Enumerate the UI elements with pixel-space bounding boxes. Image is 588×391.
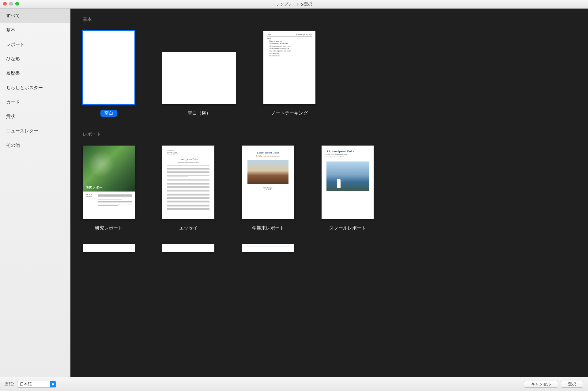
template-thumb: Urna Semper Instructor's Name December 1…: [162, 146, 214, 219]
rr-caption: 研究レポー: [86, 185, 103, 190]
template-label: スクールレポート: [326, 225, 370, 232]
grid-report: 研究レポー 研究・執筆2014.12.05 研究レポート: [83, 146, 576, 232]
nt-date: Monday, April 10, 2017: [296, 34, 312, 36]
tp-subtitle: Sed et lacus quis enim mattis nonummy: [247, 155, 288, 157]
template-school-report[interactable]: A Lorem Ipsum Dolor Lorem ipsum dolor si…: [322, 146, 374, 232]
template-thumb: A Lorem Ipsum Dolor Lorem ipsum dolor si…: [322, 146, 374, 219]
sidebar-item-basic[interactable]: 基本: [0, 23, 70, 37]
sidebar-item-label: ひな形: [6, 56, 20, 61]
template-thumb: [242, 244, 294, 252]
template-label: 空白: [100, 110, 117, 117]
sidebar-item-label: すべて: [6, 13, 20, 18]
template-peek[interactable]: [242, 244, 294, 252]
sidebar-item-label: 履歴書: [6, 70, 20, 76]
window-title: テンプレートを選択: [276, 2, 312, 7]
sr-subtitle: Lorem ipsum dolor sit amet ligula: [326, 154, 369, 155]
language-select[interactable]: 日本語: [17, 381, 56, 388]
sidebar-item-label: レポート: [6, 42, 24, 47]
window-controls: [3, 2, 19, 6]
cancel-button[interactable]: キャンセル: [524, 381, 558, 388]
language-label: 言語:: [5, 382, 14, 387]
template-blank-landscape[interactable]: 空白（横）: [162, 31, 236, 117]
sidebar-item-label: ちらしとポスター: [6, 85, 43, 90]
sidebar-item-label: ニュースレター: [6, 128, 38, 133]
nt-bullet: Donec quis nisi: [267, 55, 312, 57]
tp-term: Fall 2018: [247, 189, 288, 191]
template-label: エッセイ: [175, 225, 201, 232]
choose-button[interactable]: 選択: [561, 381, 583, 388]
nt-bullet: Donec facilisis lacinia tortor: [267, 42, 312, 45]
template-research-report[interactable]: 研究レポー 研究・執筆2014.12.05 研究レポート: [83, 146, 135, 232]
content: 基本 空白 空白（横） Lorem Monday, April 10, 2017: [70, 9, 588, 377]
template-label: 空白（横）: [184, 110, 214, 117]
sidebar-item-label: その他: [6, 142, 20, 148]
nt-bullet: Sed enim aliquet in nulla ipsum: [267, 50, 312, 52]
section-title-basic: 基本: [83, 14, 576, 25]
template-term-paper[interactable]: Lorem Ipsum Dolor Sed et lacus quis enim…: [242, 146, 294, 232]
sr-photo: [326, 161, 369, 191]
sidebar-item-stationery[interactable]: ひな形: [0, 52, 70, 66]
close-icon[interactable]: [3, 2, 7, 6]
template-thumb: [162, 244, 214, 252]
sr-meta: Trenz Pruca • December 6, 2018: [326, 156, 369, 159]
sidebar-item-certificates[interactable]: 賞状: [0, 109, 70, 124]
nt-bullet: Etiam sit amet est: [267, 40, 312, 42]
tp-photo: [247, 160, 288, 184]
template-thumb: [83, 244, 135, 252]
template-blank[interactable]: 空白: [83, 31, 135, 117]
sidebar-item-resume[interactable]: 履歴書: [0, 66, 70, 81]
template-label: 学期末レポート: [248, 225, 288, 232]
tp-title: Lorem Ipsum Dolor: [247, 151, 288, 154]
template-notetaking[interactable]: Lorem Monday, April 10, 2017 Ipsum Etiam…: [263, 31, 315, 117]
minimize-icon[interactable]: [9, 2, 13, 6]
template-label: ノートテーキング: [267, 110, 311, 117]
template-thumb: 研究レポー 研究・執筆2014.12.05: [83, 146, 135, 219]
grid-basic: 空白 空白（横） Lorem Monday, April 10, 2017 Ip…: [83, 31, 576, 117]
sidebar-item-report[interactable]: レポート: [0, 37, 70, 52]
sidebar-item-all[interactable]: すべて: [0, 9, 70, 23]
sidebar-item-label: 賞状: [6, 114, 15, 119]
nt-bullet: Nulla ornare commodo ligula: [267, 47, 312, 50]
section-title-report: レポート: [83, 129, 576, 140]
template-thumb: Lorem Ipsum Dolor Sed et lacus quis enim…: [242, 146, 294, 219]
sidebar-item-label: 基本: [6, 27, 15, 32]
zoom-icon[interactable]: [15, 2, 19, 6]
template-peek[interactable]: [162, 244, 214, 252]
nt-heading: Lorem: [267, 34, 271, 36]
sidebar: すべて 基本 レポート ひな形 履歴書 ちらしとポスター カード 賞状 ニュース…: [0, 9, 70, 377]
nt-bullet: Nam enim sed: [267, 52, 312, 55]
sr-title: A Lorem Ipsum Dolor: [326, 150, 369, 153]
grid-report-peek: [83, 244, 576, 252]
template-label: 研究レポート: [91, 225, 126, 232]
footer: 言語: 日本語 キャンセル 選択: [0, 377, 588, 391]
sidebar-item-label: カード: [6, 99, 20, 104]
es-subtitle: Sed et lacus quis enim mattis nonummy: [167, 161, 209, 163]
template-essay[interactable]: Urna Semper Instructor's Name December 1…: [162, 146, 214, 232]
template-peek[interactable]: [83, 244, 135, 252]
sidebar-item-other[interactable]: その他: [0, 138, 70, 153]
button-label: 選択: [568, 382, 576, 387]
sidebar-item-flyers[interactable]: ちらしとポスター: [0, 81, 70, 95]
template-thumb: Lorem Monday, April 10, 2017 Ipsum Etiam…: [263, 31, 315, 104]
button-label: キャンセル: [531, 382, 551, 387]
titlebar: テンプレートを選択: [0, 0, 588, 9]
language-value: 日本語: [17, 381, 50, 387]
es-meta: December 13, 2018: [167, 153, 209, 155]
main: すべて 基本 レポート ひな形 履歴書 ちらしとポスター カード 賞状 ニュース…: [0, 9, 588, 377]
nt-bullet: Curabitur vulputate viverra pede: [267, 45, 312, 47]
sidebar-item-cards[interactable]: カード: [0, 95, 70, 109]
es-title: Lorem Ipsum Dolor: [167, 158, 209, 161]
template-thumb: [83, 31, 135, 104]
select-arrows-icon: [50, 381, 56, 387]
template-thumb: [162, 52, 236, 104]
sidebar-item-newsletter[interactable]: ニュースレター: [0, 124, 70, 138]
